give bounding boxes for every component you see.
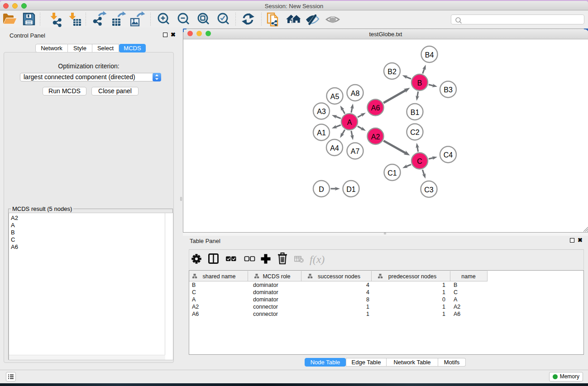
svg-text:connector: connector xyxy=(253,311,278,317)
svg-text:shared name: shared name xyxy=(203,273,236,280)
svg-text:A2: A2 xyxy=(454,304,460,310)
svg-text:B: B xyxy=(417,79,422,87)
svg-text:A: A xyxy=(347,119,352,126)
svg-text:A1: A1 xyxy=(317,129,326,137)
svg-text:A4: A4 xyxy=(330,144,339,152)
svg-text:C2: C2 xyxy=(410,129,420,136)
svg-text:A: A xyxy=(192,296,196,303)
svg-text:B2: B2 xyxy=(387,68,397,76)
svg-text:C: C xyxy=(454,289,458,295)
svg-text:connector: connector xyxy=(253,304,278,310)
svg-text:C3: C3 xyxy=(424,186,434,194)
svg-text:C1: C1 xyxy=(387,169,397,177)
svg-text:D: D xyxy=(319,186,324,193)
svg-text:1: 1 xyxy=(442,282,445,288)
svg-text:1: 1 xyxy=(442,311,445,317)
svg-text:B4: B4 xyxy=(425,51,434,59)
svg-text:C: C xyxy=(192,289,196,295)
svg-text:D1: D1 xyxy=(346,186,356,193)
svg-text:successor nodes: successor nodes xyxy=(318,273,360,280)
svg-text:1: 1 xyxy=(442,304,445,310)
svg-text:B1: B1 xyxy=(411,109,420,116)
svg-text:4: 4 xyxy=(366,282,369,288)
svg-text:B: B xyxy=(454,282,457,288)
svg-text:B: B xyxy=(192,282,196,288)
svg-text:predecessor nodes: predecessor nodes xyxy=(388,273,436,280)
svg-text:dominator: dominator xyxy=(253,289,278,295)
svg-text:C4: C4 xyxy=(444,151,453,159)
svg-text:A: A xyxy=(454,296,458,303)
svg-text:0: 0 xyxy=(442,296,445,303)
svg-text:1: 1 xyxy=(366,311,369,317)
svg-text:4: 4 xyxy=(366,289,369,295)
svg-text:dominator: dominator xyxy=(253,282,278,288)
svg-text:1: 1 xyxy=(366,304,369,310)
svg-text:1: 1 xyxy=(442,289,445,295)
svg-text:MCDS role: MCDS role xyxy=(263,273,290,280)
svg-text:A2: A2 xyxy=(192,304,199,310)
svg-text:A7: A7 xyxy=(351,148,360,155)
svg-text:A6: A6 xyxy=(192,311,199,317)
svg-text:B3: B3 xyxy=(444,86,453,94)
svg-text:dominator: dominator xyxy=(253,296,278,303)
svg-text:A8: A8 xyxy=(351,90,360,97)
svg-text:f(x): f(x) xyxy=(310,253,325,265)
svg-text:A3: A3 xyxy=(317,108,326,115)
svg-text:8: 8 xyxy=(366,296,369,303)
svg-text:A6: A6 xyxy=(454,311,460,317)
svg-text:name: name xyxy=(461,273,475,280)
svg-text:A5: A5 xyxy=(330,93,339,100)
svg-text:A6: A6 xyxy=(371,104,380,112)
svg-text:A2: A2 xyxy=(371,133,380,141)
svg-text:C: C xyxy=(417,157,422,165)
